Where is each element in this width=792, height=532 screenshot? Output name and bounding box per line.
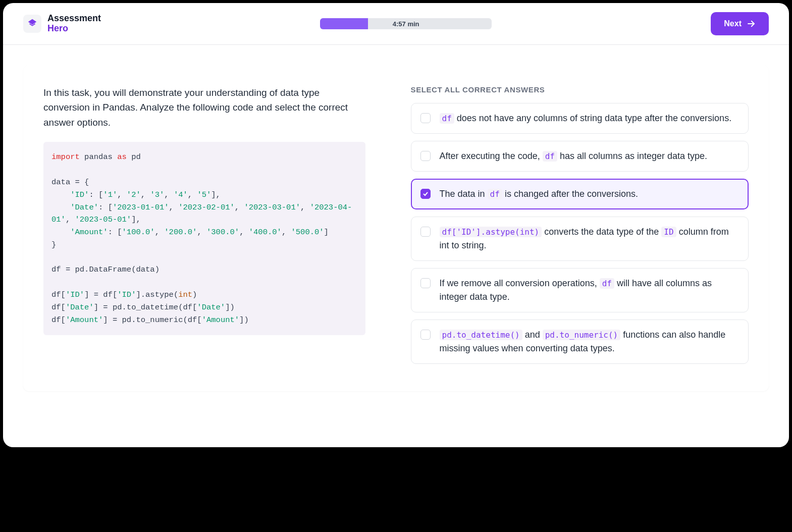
option-6[interactable]: pd.to_datetime() and pd.to_numeric() fun… bbox=[411, 320, 749, 364]
content: In this task, you will demonstrate your … bbox=[3, 45, 789, 411]
code-block: import pandas as pd data = { 'ID': ['1',… bbox=[43, 142, 365, 335]
option-text: df does not have any columns of string d… bbox=[440, 112, 732, 125]
next-label: Next bbox=[724, 19, 742, 28]
checkbox-icon bbox=[420, 278, 431, 288]
next-button[interactable]: Next bbox=[711, 12, 769, 35]
timer-text: 4:57 min bbox=[393, 20, 419, 28]
header: Assessment Hero 4:57 min Next bbox=[3, 3, 789, 45]
logo-line1: Assessment bbox=[47, 14, 101, 24]
arrow-right-icon bbox=[747, 19, 756, 28]
option-1[interactable]: df does not have any columns of string d… bbox=[411, 103, 749, 134]
logo: Assessment Hero bbox=[23, 14, 101, 34]
left-pane: In this task, you will demonstrate your … bbox=[43, 85, 365, 371]
option-text: After executing the code, df has all col… bbox=[440, 149, 708, 163]
task-description: In this task, you will demonstrate your … bbox=[43, 85, 365, 130]
checkbox-icon bbox=[420, 227, 431, 237]
option-text: The data in df is changed after the conv… bbox=[440, 187, 638, 201]
answers-label: SELECT ALL CORRECT ANSWERS bbox=[411, 85, 749, 94]
checkbox-icon bbox=[420, 189, 431, 199]
question-card: In this task, you will demonstrate your … bbox=[23, 65, 769, 391]
option-2[interactable]: After executing the code, df has all col… bbox=[411, 141, 749, 172]
option-5[interactable]: If we remove all conversion operations, … bbox=[411, 268, 749, 312]
progress-fill bbox=[320, 18, 368, 29]
option-text: pd.to_datetime() and pd.to_numeric() fun… bbox=[440, 328, 739, 355]
option-4[interactable]: df['ID'].astype(int) converts the data t… bbox=[411, 217, 749, 261]
logo-line2: Hero bbox=[47, 24, 101, 34]
progress-wrap: 4:57 min bbox=[111, 18, 701, 29]
progress-bar: 4:57 min bbox=[320, 18, 492, 29]
app-window: Assessment Hero 4:57 min Next In this ta… bbox=[3, 3, 789, 447]
logo-text: Assessment Hero bbox=[47, 14, 101, 34]
option-text: If we remove all conversion operations, … bbox=[440, 277, 739, 304]
checkbox-icon bbox=[420, 151, 431, 161]
option-text: df['ID'].astype(int) converts the data t… bbox=[440, 225, 739, 252]
logo-icon bbox=[23, 15, 41, 33]
checkbox-icon bbox=[420, 330, 431, 340]
right-pane: SELECT ALL CORRECT ANSWERS df does not h… bbox=[411, 85, 749, 371]
checkbox-icon bbox=[420, 113, 431, 123]
option-3[interactable]: The data in df is changed after the conv… bbox=[411, 179, 749, 209]
